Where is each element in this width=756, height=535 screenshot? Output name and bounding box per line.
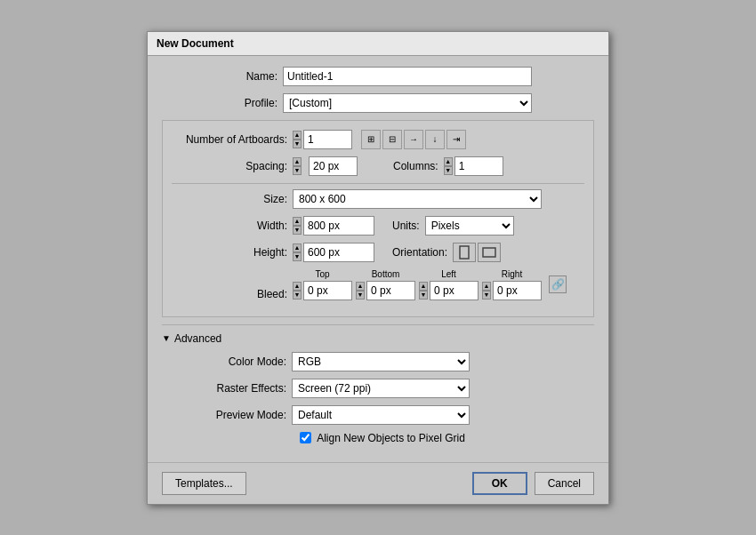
bleed-top-input[interactable] — [303, 281, 352, 300]
ok-button[interactable]: OK — [472, 472, 527, 495]
name-input[interactable] — [283, 67, 532, 86]
artboards-row: Number of Artboards: ▲ ▼ ⊞ ⊟ → ↓ ⇥ — [172, 130, 584, 149]
action-buttons: OK Cancel — [472, 472, 594, 495]
height-up-arrow[interactable]: ▲ — [293, 244, 302, 252]
spacing-down-arrow[interactable]: ▼ — [293, 166, 302, 175]
templates-button[interactable]: Templates... — [162, 472, 246, 495]
landscape-button[interactable] — [478, 243, 501, 262]
profile-row: Profile: [Custom] Print Web — [162, 93, 594, 113]
bleed-fields: Top ▲▼ Bottom ▲▼ Left — [293, 269, 567, 300]
bleed-left-label: Left — [441, 269, 456, 279]
columns-input[interactable] — [454, 156, 503, 176]
advanced-section: ▼ Advanced Color Mode: RGB CMYK Raster E… — [162, 324, 594, 444]
height-spin: ▲ ▼ — [293, 243, 374, 262]
height-block: Height: ▲ ▼ — [172, 243, 374, 262]
height-input[interactable] — [303, 243, 374, 262]
new-document-dialog: New Document Name: Profile: [Custom] Pri… — [147, 31, 609, 505]
columns-arrows: ▲ ▼ — [444, 157, 453, 175]
bleed-bottom-down[interactable]: ▼ — [356, 291, 365, 299]
artboards-arrows: ▲ ▼ — [293, 131, 302, 148]
bleed-right-down[interactable]: ▼ — [482, 291, 491, 299]
size-select[interactable]: 800 x 600 1024 x 768 — [293, 189, 542, 209]
columns-up-arrow[interactable]: ▲ — [444, 157, 453, 166]
width-up-arrow[interactable]: ▲ — [293, 217, 302, 226]
spacing-spin: ▲ ▼ — [293, 156, 358, 176]
bleed-right-input[interactable] — [493, 281, 542, 300]
size-label: Size: — [172, 193, 287, 205]
raster-row: Raster Effects: Screen (72 ppi) Medium (… — [171, 379, 594, 398]
bleed-right-col: Right ▲▼ — [482, 269, 542, 300]
bleed-top-down[interactable]: ▼ — [293, 291, 302, 299]
spacing-label: Spacing: — [172, 160, 287, 172]
bleed-left-down[interactable]: ▼ — [419, 291, 428, 299]
bleed-bottom-col: Bottom ▲▼ — [356, 269, 415, 300]
width-input[interactable] — [303, 216, 374, 236]
cancel-button[interactable]: Cancel — [535, 472, 594, 495]
bleed-left-up[interactable]: ▲ — [419, 282, 428, 291]
bleed-right-up[interactable]: ▲ — [482, 282, 491, 291]
arrange-down-icon[interactable]: ↓ — [425, 130, 445, 149]
width-arrows: ▲ ▼ — [293, 217, 302, 235]
preview-select[interactable]: Default Pixel Overprint — [292, 405, 470, 425]
size-row: Size: 800 x 600 1024 x 768 — [172, 189, 584, 209]
spacing-up-arrow[interactable]: ▲ — [293, 157, 302, 166]
preview-row: Preview Mode: Default Pixel Overprint — [171, 405, 594, 425]
width-block: Width: ▲ ▼ — [172, 216, 374, 236]
width-units-row: Width: ▲ ▼ Units: Pixels — [172, 216, 584, 236]
bleed-bottom-input[interactable] — [366, 281, 415, 300]
bleed-top-up[interactable]: ▲ — [293, 282, 302, 291]
artboards-spin: ▲ ▼ — [293, 130, 352, 149]
orientation-label: Orientation: — [392, 246, 447, 259]
bleed-label: Bleed: — [172, 288, 287, 300]
artboards-down-arrow[interactable]: ▼ — [293, 140, 302, 148]
grid-by-row-icon[interactable]: ⊞ — [361, 130, 381, 149]
columns-down-arrow[interactable]: ▼ — [444, 166, 453, 175]
bleed-link-button[interactable]: 🔗 — [549, 275, 567, 293]
bleed-bottom-up[interactable]: ▲ — [356, 282, 365, 291]
align-checkbox-label[interactable]: Align New Objects to Pixel Grid — [317, 432, 465, 444]
bleed-left-spin: ▲▼ — [419, 281, 479, 300]
height-arrows: ▲ ▼ — [293, 244, 302, 261]
height-down-arrow[interactable]: ▼ — [293, 252, 302, 261]
columns-label: Columns: — [393, 160, 438, 172]
artboards-input[interactable] — [303, 130, 352, 149]
advanced-content: Color Mode: RGB CMYK Raster Effects: Scr… — [162, 352, 594, 444]
checkbox-row: Align New Objects to Pixel Grid — [171, 432, 594, 444]
bleed-top-spin: ▲▼ — [293, 281, 352, 300]
bleed-top-col: Top ▲▼ — [293, 269, 352, 300]
units-select[interactable]: Pixels Inches Centimeters — [425, 216, 514, 236]
document-settings-box: Number of Artboards: ▲ ▼ ⊞ ⊟ → ↓ ⇥ — [162, 120, 594, 317]
height-label: Height: — [172, 246, 287, 259]
spacing-row: Spacing: ▲ ▼ Columns: ▲ ▼ — [172, 156, 584, 176]
width-down-arrow[interactable]: ▼ — [293, 226, 302, 235]
units-label: Units: — [392, 220, 420, 232]
bleed-left-input[interactable] — [430, 281, 479, 300]
bleed-right-spin: ▲▼ — [482, 281, 542, 300]
bleed-top-label: Top — [315, 269, 329, 279]
name-label: Name: — [162, 70, 277, 83]
profile-select[interactable]: [Custom] Print Web — [283, 93, 532, 113]
width-spin: ▲ ▼ — [293, 216, 374, 236]
units-block: Units: Pixels Inches Centimeters — [392, 216, 514, 236]
align-checkbox[interactable] — [300, 432, 311, 443]
bleed-row: Bleed: Top ▲▼ Bottom ▲▼ — [172, 269, 584, 300]
width-row: Width: ▲ ▼ — [172, 216, 374, 236]
bleed-right-label: Right — [502, 269, 522, 279]
spacing-input[interactable] — [309, 156, 358, 176]
grid-by-col-icon[interactable]: ⊟ — [382, 130, 402, 149]
advanced-toggle[interactable]: ▼ Advanced — [162, 332, 594, 345]
advanced-label: Advanced — [174, 332, 221, 345]
color-mode-label: Color Mode: — [171, 355, 286, 368]
artboard-layout-icons: ⊞ ⊟ → ↓ ⇥ — [361, 130, 466, 149]
artboards-up-arrow[interactable]: ▲ — [293, 131, 302, 140]
arrange-right-icon[interactable]: → — [404, 130, 423, 149]
bleed-bottom-spin: ▲▼ — [356, 281, 415, 300]
raster-select[interactable]: Screen (72 ppi) Medium (150 ppi) High (3… — [292, 379, 470, 398]
portrait-button[interactable] — [453, 243, 476, 262]
color-mode-select[interactable]: RGB CMYK — [292, 352, 470, 371]
bleed-bottom-label: Bottom — [372, 269, 400, 279]
advanced-triangle-icon: ▼ — [162, 333, 171, 343]
arrange-last-icon[interactable]: ⇥ — [446, 130, 466, 149]
preview-label: Preview Mode: — [171, 409, 286, 421]
orientation-block: Orientation: — [392, 243, 501, 262]
